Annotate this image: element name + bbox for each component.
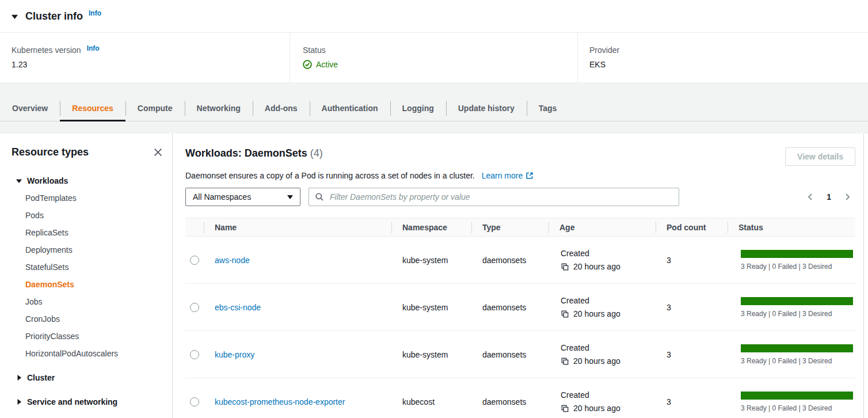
tab-label: Update history <box>458 104 515 113</box>
view-details-button[interactable]: View details <box>785 147 855 166</box>
pod-status-bar <box>741 250 853 258</box>
tree-section-label: Cluster <box>27 369 55 386</box>
tree-item-cronjobs[interactable]: CronJobs <box>12 310 164 328</box>
next-page-button[interactable] <box>840 190 854 204</box>
pod-status-text: 3 Ready | 0 Failed | 3 Desired <box>741 310 855 318</box>
triangle-right-icon <box>16 375 22 381</box>
current-page[interactable]: 1 <box>822 192 836 202</box>
pod-count-cell: 3 <box>656 256 728 265</box>
tree-section-toggle-cluster[interactable]: Cluster <box>12 369 164 386</box>
tree-section-workloads: WorkloadsPodTemplatesPodsReplicaSetsDepl… <box>12 172 164 362</box>
namespace-cell: kube-system <box>391 350 471 359</box>
cluster-info-header: Cluster info Info <box>0 0 868 33</box>
select-all-header <box>185 218 204 236</box>
tree-item-pods[interactable]: Pods <box>12 207 164 224</box>
tab-compute[interactable]: Compute <box>125 96 185 121</box>
tree-item-horizontalpodautoscalers[interactable]: HorizontalPodAutoscalers <box>12 345 164 362</box>
copy-icon[interactable] <box>561 404 569 413</box>
previous-page-button[interactable] <box>804 190 817 204</box>
tree-item-deployments[interactable]: Deployments <box>12 241 164 259</box>
pod-status-text: 3 Ready | 0 Failed | 3 Desired <box>741 404 855 412</box>
chevron-left-icon <box>806 192 815 202</box>
close-sidebar-button[interactable] <box>152 146 164 158</box>
tree-section-toggle-workloads[interactable]: Workloads <box>12 172 164 189</box>
pod-count-value: 3 <box>667 256 671 265</box>
tab-label: Tags <box>539 104 557 113</box>
namespace-cell: kube-system <box>391 303 471 312</box>
kubernetes-version-value: 1.23 <box>12 60 290 69</box>
tab-resources[interactable]: Resources <box>60 96 125 121</box>
tab-label: Logging <box>402 104 434 113</box>
resource-tree: WorkloadsPodTemplatesPodsReplicaSetsDepl… <box>12 172 164 411</box>
age-cell: Created20 hours ago <box>549 249 656 271</box>
tab-tags[interactable]: Tags <box>527 96 569 121</box>
content-area: Resource types WorkloadsPodTemplatesPods… <box>0 134 868 418</box>
triangle-right-icon <box>16 399 22 405</box>
namespace-value: kube-system <box>402 256 448 265</box>
kubernetes-version-label: Kubernetes version <box>12 45 81 55</box>
resource-types-sidebar: Resource types WorkloadsPodTemplatesPods… <box>0 134 173 418</box>
chevron-right-icon <box>843 192 852 202</box>
row-select-radio[interactable] <box>190 397 199 406</box>
row-select-cell <box>185 397 204 406</box>
type-value: daemonsets <box>482 256 526 265</box>
pod-count-value: 3 <box>667 350 671 359</box>
tab-overview[interactable]: Overview <box>0 96 60 121</box>
namespace-dropdown[interactable]: All Namespaces <box>185 188 300 206</box>
tree-item-daemonsets[interactable]: DaemonSets <box>12 276 164 293</box>
status-cell: 3 Ready | 0 Failed | 3 Desired <box>728 392 855 412</box>
age-cell: Created20 hours ago <box>549 296 656 318</box>
collapse-triangle-icon[interactable] <box>12 13 18 20</box>
column-header-type[interactable]: Type <box>471 218 549 236</box>
learn-more-link[interactable]: Learn more <box>482 171 534 180</box>
cluster-info-panel: Kubernetes version Info 1.23 Status Acti… <box>0 33 868 82</box>
column-header-age[interactable]: Age <box>549 218 656 236</box>
tree-item-podtemplates[interactable]: PodTemplates <box>12 189 164 207</box>
column-header-name[interactable]: Name <box>204 218 391 236</box>
tab-label: Authentication <box>322 104 378 113</box>
pod-count-cell: 3 <box>656 350 728 359</box>
tree-item-jobs[interactable]: Jobs <box>12 293 164 310</box>
tree-item-priorityclasses[interactable]: PriorityClasses <box>12 328 164 345</box>
column-header-status[interactable]: Status <box>728 218 855 236</box>
tab-label: Resources <box>72 104 113 113</box>
daemonset-name-link[interactable]: aws-node <box>215 256 250 265</box>
daemonset-name-link[interactable]: ebs-csi-node <box>215 303 261 312</box>
age-created-label: Created <box>561 296 656 305</box>
tree-item-statefulsets[interactable]: StatefulSets <box>12 259 164 276</box>
cluster-info-info-link[interactable]: Info <box>89 9 101 17</box>
row-select-radio[interactable] <box>190 256 199 265</box>
type-value: daemonsets <box>482 397 526 406</box>
chevron-down-icon <box>287 195 293 199</box>
tree-section-toggle-service-and-networking[interactable]: Service and networking <box>12 393 164 411</box>
tab-update-history[interactable]: Update history <box>446 96 527 121</box>
column-header-pod-count[interactable]: Pod count <box>656 218 728 236</box>
age-created-label: Created <box>561 343 656 352</box>
row-select-radio[interactable] <box>190 303 199 312</box>
copy-icon[interactable] <box>561 263 569 271</box>
tab-logging[interactable]: Logging <box>390 96 446 121</box>
type-value: daemonsets <box>482 303 526 312</box>
learn-more-label: Learn more <box>482 171 523 180</box>
tab-networking[interactable]: Networking <box>185 96 253 121</box>
kubernetes-version-info-link[interactable]: Info <box>87 44 100 52</box>
status-cell: 3 Ready | 0 Failed | 3 Desired <box>728 344 855 365</box>
daemonset-name-link[interactable]: kubecost-prometheus-node-exporter <box>215 397 345 406</box>
name-cell: kube-proxy <box>204 350 391 359</box>
copy-icon[interactable] <box>561 357 569 366</box>
column-header-namespace[interactable]: Namespace <box>391 218 471 236</box>
row-select-cell <box>185 350 204 359</box>
panel-description: Daemonset ensures a copy of a Pod is run… <box>185 171 855 180</box>
age-cell: Created20 hours ago <box>549 390 656 413</box>
tab-authentication[interactable]: Authentication <box>310 96 390 121</box>
sidebar-title: Resource types <box>12 146 89 158</box>
tab-add-ons[interactable]: Add-ons <box>253 96 310 121</box>
copy-icon[interactable] <box>561 310 569 318</box>
row-select-radio[interactable] <box>190 350 199 359</box>
pod-status-bar <box>741 297 853 305</box>
daemonset-name-link[interactable]: kube-proxy <box>215 350 254 359</box>
filter-input[interactable] <box>329 192 673 202</box>
tree-item-replicasets[interactable]: ReplicaSets <box>12 224 164 241</box>
age-created-label: Created <box>561 390 656 400</box>
pod-status-text: 3 Ready | 0 Failed | 3 Desired <box>741 263 855 271</box>
